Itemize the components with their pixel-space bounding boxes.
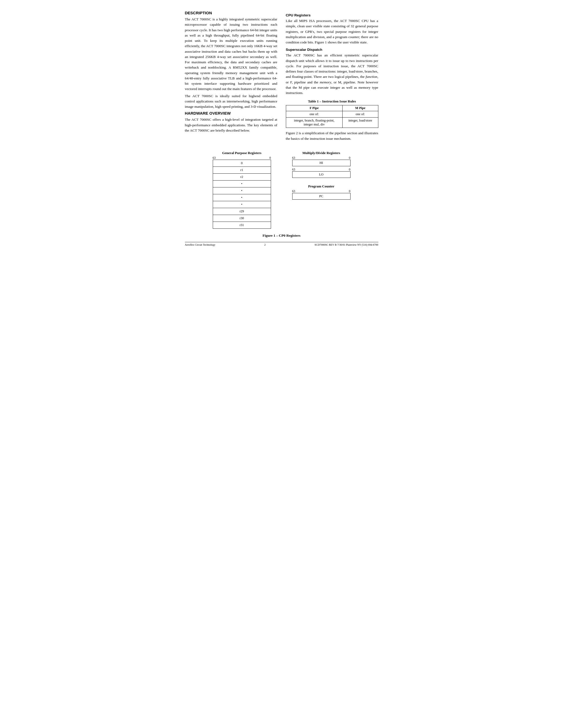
gpr-row: r2: [213, 173, 271, 180]
gpr-cell: •: [213, 187, 271, 194]
gpr-row: •: [213, 201, 271, 208]
gpr-group: General Purpose Registers 63 0 0r1r2••••…: [213, 151, 271, 229]
left-column: DESCRIPTION The ACT 7000SC is a highly i…: [185, 11, 277, 143]
pc-bit-high: 63: [292, 190, 296, 193]
gpr-bit-high: 63: [213, 156, 216, 159]
figure-caption: Figure 1 – CP0 Registers: [185, 233, 378, 238]
table-cell-fpipe-oneof: one of:: [286, 111, 343, 118]
pc-register: PC: [292, 193, 351, 200]
gpr-row: r31: [213, 222, 271, 228]
description-para-2: The ACT 7000SC is ideally suited for hig…: [185, 93, 277, 110]
lo-bit-labels: 63 0: [292, 168, 351, 171]
hi-bit-high: 63: [292, 156, 296, 159]
two-column-section: DESCRIPTION The ACT 7000SC is a highly i…: [185, 11, 378, 143]
program-counter-title: Program Counter: [308, 184, 334, 188]
right-registers: Multiply/Divide Registers 63 0 HI 63 0 L…: [292, 151, 351, 200]
gpr-row: 0: [213, 160, 271, 167]
multiply-divide-group: Multiply/Divide Registers 63 0 HI 63 0 L…: [292, 151, 351, 178]
gpr-cell: r29: [213, 208, 271, 215]
description-title: DESCRIPTION: [185, 11, 277, 15]
hardware-overview-title: HARDWARE OVERVIEW: [185, 111, 277, 115]
hi-register: HI: [292, 160, 351, 166]
lo-bit-high: 63: [292, 168, 296, 171]
lo-bit-low: 0: [349, 168, 351, 171]
cpu-registers-para: Like all MIPS ISA processors, the ACT 70…: [286, 18, 378, 45]
gpr-row: •: [213, 180, 271, 187]
gpr-cell: •: [213, 201, 271, 208]
gpr-cell: 0: [213, 160, 271, 167]
table-row: one of: one of:: [286, 111, 378, 118]
gpr-cell: r1: [213, 167, 271, 173]
gpr-bit-labels: 63 0: [213, 156, 271, 159]
table-row: integer, branch, floating-point,integer …: [286, 118, 378, 128]
gpr-cell: r30: [213, 215, 271, 222]
footer-left: Aeroflex Circuit Technology: [185, 243, 215, 246]
gpr-cell: r2: [213, 173, 271, 180]
figure2-note: Figure 2 is a simplification of the pipe…: [286, 131, 378, 141]
table-cell-mpipe-instructions: integer, load/store: [343, 118, 378, 128]
table-header-fpipe: F Pipe: [286, 105, 343, 111]
gpr-cell: •: [213, 180, 271, 187]
gpr-bit-low: 0: [269, 156, 271, 159]
figure-area: General Purpose Registers 63 0 0r1r2••••…: [185, 151, 378, 229]
hi-bit-labels: 63 0: [292, 156, 351, 159]
hardware-overview-para: The ACT 7000SC offers a high-level of in…: [185, 117, 277, 133]
gpr-row: •: [213, 194, 271, 201]
description-para-1: The ACT 7000SC is a highly integrated sy…: [185, 17, 277, 92]
gpr-cell: •: [213, 194, 271, 201]
footer-center: 2: [264, 243, 265, 246]
superscalar-dispatch-para: The ACT 7000SC has an efficient symmetri…: [286, 53, 378, 96]
cpu-registers-title: CPU Registers: [286, 13, 378, 17]
pc-bit-labels: 63 0: [292, 190, 351, 193]
hi-bit-low: 0: [349, 156, 351, 159]
gpr-row: r29: [213, 208, 271, 215]
gpr-cell: r31: [213, 222, 271, 228]
table-cell-fpipe-instructions: integer, branch, floating-point,integer …: [286, 118, 343, 128]
gpr-title: General Purpose Registers: [222, 151, 261, 155]
lo-register: LO: [292, 171, 351, 178]
table-header-mpipe: M Pipe: [343, 105, 378, 111]
table1-title: Table 1 – Instruction Issue Rules: [286, 99, 378, 104]
right-column: CPU Registers Like all MIPS ISA processo…: [286, 11, 378, 143]
gpr-table: 0r1r2••••r29r30r31: [213, 160, 271, 229]
multiply-divide-title: Multiply/Divide Registers: [302, 151, 340, 155]
gpr-row: r1: [213, 167, 271, 173]
table-cell-mpipe-oneof: one of:: [343, 111, 378, 118]
issue-rules-table: F Pipe M Pipe one of: one of: integer, b…: [286, 105, 378, 128]
footer: Aeroflex Circuit Technology 2 SCD7000SC …: [185, 242, 378, 246]
program-counter-group: Program Counter 63 0 PC: [292, 184, 351, 200]
gpr-row: •: [213, 187, 271, 194]
gpr-row: r30: [213, 215, 271, 222]
superscalar-dispatch-title: Superscalar Dispatch: [286, 48, 378, 52]
pc-bit-low: 0: [349, 190, 351, 193]
footer-right: SCD7000SC REV B 7/30/01 Plainview NY (51…: [315, 243, 378, 246]
page: DESCRIPTION The ACT 7000SC is a highly i…: [185, 11, 378, 246]
